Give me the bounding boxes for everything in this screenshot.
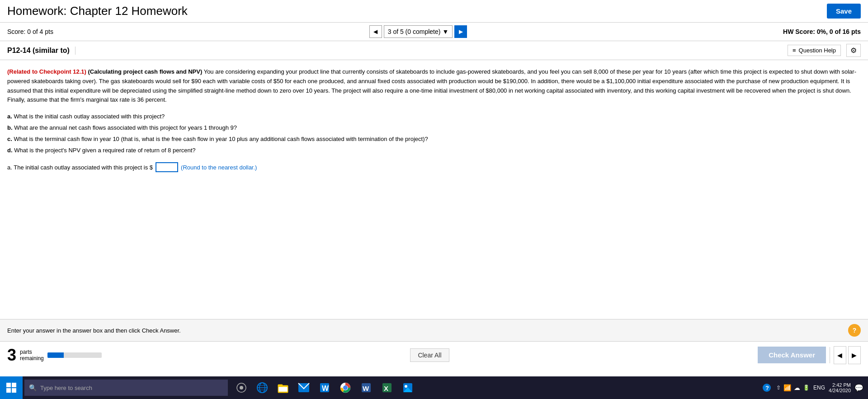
save-button[interactable]: Save (827, 4, 861, 19)
svg-rect-0 (6, 383, 11, 387)
svg-text:X: X (384, 385, 388, 392)
svg-rect-13 (278, 387, 288, 392)
mail-button[interactable] (295, 376, 313, 399)
svg-text:?: ? (765, 385, 769, 391)
progress-bar (47, 352, 102, 358)
task-view-icon (236, 383, 246, 393)
center-controls: Clear All (410, 348, 449, 362)
question-header: P12-14 (similar to) ≡ Question Help ⚙ (0, 41, 868, 60)
svg-rect-3 (12, 388, 16, 393)
part-d-question: d. What is the project's NPV given a req… (7, 146, 861, 155)
file-explorer-button[interactable] (274, 376, 292, 399)
answer-input[interactable] (156, 162, 178, 172)
excel-button[interactable]: X (378, 376, 396, 399)
question-help-button[interactable]: ≡ Question Help (788, 45, 841, 56)
parts-label: parts remaining (20, 349, 44, 361)
answer-prefix: a. The initial cash outlay associated wi… (7, 164, 153, 171)
progress-bar-fill (47, 352, 64, 358)
svg-rect-12 (278, 385, 283, 386)
time-display: 2:42 PM (832, 382, 851, 388)
chrome-icon (340, 382, 351, 394)
score-bar: Score: 0 of 4 pts ◀ 3 of 5 (0 complete) … (0, 23, 868, 41)
part-c-question: c. What is the terminal cash flow in yea… (7, 135, 861, 144)
prev-question-button[interactable]: ◀ (369, 25, 382, 38)
parts-count: 3 (7, 346, 16, 365)
clear-all-button[interactable]: Clear All (410, 348, 449, 362)
svg-text:W: W (322, 385, 329, 392)
problem-text: (Related to Checkpoint 12.1) (Calculatin… (7, 67, 861, 105)
mail-icon (298, 383, 310, 393)
question-help-label: Question Help (799, 47, 836, 54)
question-tools: ≡ Question Help ⚙ (788, 44, 861, 57)
svg-point-19 (344, 386, 347, 390)
tray-up-arrow[interactable]: ⇧ (776, 385, 781, 391)
search-placeholder-text: Type here to search (40, 385, 92, 391)
round-note: (Round to the nearest dollar.) (181, 164, 257, 171)
start-button[interactable] (0, 376, 23, 399)
taskbar-right: ? ⇧ 📶 ☁ 🔋 ENG 2:42 PM 4/24/2020 💬 (760, 376, 868, 399)
tray-battery-icon: 🔋 (803, 385, 810, 391)
progress-area: 3 parts remaining Clear All Check Answer… (0, 341, 868, 368)
score-display: Score: 0 of 4 pts (7, 28, 53, 35)
search-icon: 🔍 (29, 384, 37, 391)
word-button[interactable]: W (357, 376, 375, 399)
chrome-button[interactable] (336, 376, 354, 399)
windows-icon (6, 382, 17, 393)
bold-label: (Calculating project cash flows and NPV) (88, 68, 202, 75)
svg-point-25 (405, 385, 407, 388)
svg-point-5 (240, 386, 243, 390)
help-circle-button[interactable]: ? (848, 324, 861, 337)
score-label: Score: (7, 28, 25, 35)
tray-signal-icon: 📶 (783, 384, 791, 391)
bottom-instruction: Enter your answer in the answer box and … (0, 319, 868, 341)
hw-score-value: 0%, 0 of 16 pts (817, 28, 861, 35)
svg-rect-2 (6, 388, 11, 393)
word-icon: W (360, 382, 372, 394)
check-answer-button[interactable]: Check Answer (758, 347, 826, 363)
task-view-button[interactable] (232, 376, 250, 399)
right-controls: Check Answer ◀ ▶ (758, 346, 861, 364)
svg-rect-1 (12, 383, 16, 387)
page-header: Homework: Chapter 12 Homework Save (0, 0, 868, 23)
next-nav-button[interactable]: ▶ (848, 346, 861, 364)
tray-help-icon: ? (762, 383, 771, 392)
taskbar-search-box[interactable]: 🔍 Type here to search (24, 380, 228, 396)
photos-button[interactable] (399, 376, 417, 399)
file-explorer-icon (277, 382, 289, 394)
tray-cloud-icon: ☁ (794, 384, 800, 391)
photos-icon (402, 382, 414, 394)
store-icon: W (319, 382, 330, 394)
related-label: (Related to Checkpoint 12.1) (7, 68, 86, 75)
help-icon: ? (853, 327, 857, 334)
language-label: ENG (813, 385, 825, 391)
date-display: 4/24/2020 (829, 388, 851, 393)
question-progress[interactable]: 3 of 5 (0 complete) ▼ (384, 25, 453, 38)
tray-help-button[interactable]: ? (760, 376, 774, 399)
part-b-question: b. What are the annual net cash flows as… (7, 123, 861, 133)
notification-icon[interactable]: 💬 (854, 384, 863, 392)
parts-remaining: 3 parts remaining (7, 346, 102, 365)
settings-button[interactable]: ⚙ (846, 44, 861, 57)
hw-score-display: HW Score: 0%, 0 of 16 pts (783, 28, 861, 35)
clock: 2:42 PM 4/24/2020 (829, 382, 851, 393)
excel-icon: X (381, 382, 393, 394)
question-parts: a. What is the initial cash outlay assoc… (7, 112, 861, 155)
divider (830, 347, 830, 363)
question-help-icon: ≡ (793, 47, 796, 54)
instruction-text: Enter your answer in the answer box and … (7, 327, 181, 334)
next-question-button[interactable]: ▶ (454, 25, 467, 38)
ie-button[interactable] (253, 376, 271, 399)
page-title: Homework: Chapter 12 Homework (7, 4, 188, 18)
question-nav: ◀ 3 of 5 (0 complete) ▼ ▶ (369, 25, 467, 38)
score-value: 0 of 4 pts (27, 28, 53, 35)
hw-score-label: HW Score: (783, 28, 815, 35)
question-id: P12-14 (similar to) (7, 47, 75, 55)
prev-nav-button[interactable]: ◀ (834, 346, 846, 364)
answer-row: a. The initial cash outlay associated wi… (7, 162, 861, 172)
question-id-area: P12-14 (similar to) (7, 47, 75, 55)
taskbar: 🔍 Type here to search (0, 376, 868, 399)
store-button[interactable]: W (316, 376, 334, 399)
main-content: (Related to Checkpoint 12.1) (Calculatin… (0, 60, 868, 319)
svg-text:W: W (363, 385, 369, 392)
taskbar-icons: W W X (232, 376, 417, 399)
